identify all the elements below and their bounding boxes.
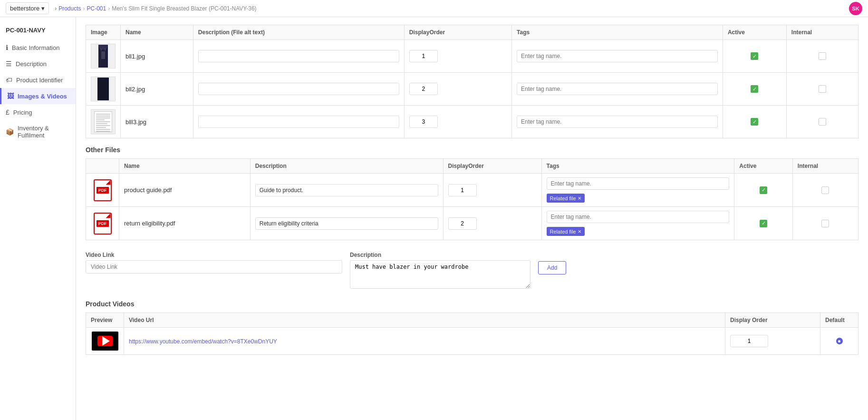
tags-cell: Related file ×: [541, 207, 734, 240]
breadcrumb-code[interactable]: PC-001: [87, 5, 106, 12]
tag-input[interactable]: [517, 116, 718, 128]
default-radio[interactable]: [836, 338, 843, 344]
col-name: Name: [119, 159, 251, 174]
col-image: Image: [86, 25, 121, 40]
breadcrumb-sep3: ›: [108, 5, 110, 12]
video-default-cell: [820, 328, 858, 355]
display-order-input[interactable]: [409, 50, 438, 62]
internal-checkbox[interactable]: [821, 220, 829, 227]
video-url-cell: https://www.youtube.com/embed/watch?v=8T…: [124, 328, 725, 355]
display-order-cell: [443, 174, 541, 207]
video-desc-textarea[interactable]: Must have blazer in your wardrobe: [350, 260, 530, 289]
svg-rect-4: [101, 51, 105, 59]
sidebar-label-basic-info: Basic Information: [12, 44, 59, 51]
col-name: Name: [121, 25, 193, 40]
store-selector[interactable]: betterstore ▾: [6, 2, 49, 14]
display-order-input[interactable]: [409, 83, 438, 95]
breadcrumb-sep2: ›: [83, 5, 85, 12]
active-checkbox[interactable]: [751, 118, 758, 126]
image-desc-cell: [193, 106, 404, 138]
product-videos-section: Product Videos Preview Video Url Display…: [86, 300, 858, 355]
col-active: Active: [734, 159, 792, 174]
image-preview: [91, 109, 116, 134]
video-form: Video Link Description Must have blazer …: [86, 252, 858, 289]
sidebar-item-pricing[interactable]: £ Pricing: [0, 104, 76, 120]
video-link-section: Video Link Description Must have blazer …: [86, 252, 858, 289]
table-row: blll3.jpg: [86, 106, 858, 138]
video-url-link[interactable]: https://www.youtube.com/embed/watch?v=8T…: [129, 338, 277, 345]
internal-checkbox[interactable]: [819, 118, 826, 126]
chevron-down-icon: ▾: [41, 5, 45, 12]
user-avatar[interactable]: SK: [849, 2, 862, 15]
sidebar-item-description[interactable]: ☰ Description: [0, 56, 76, 72]
active-checkbox[interactable]: [751, 85, 758, 93]
sidebar-item-product-identifier[interactable]: 🏷 Product Identifier: [0, 72, 76, 88]
video-link-input[interactable]: [86, 260, 342, 273]
col-active: Active: [723, 25, 786, 40]
image-desc-input[interactable]: [198, 50, 399, 62]
active-cell: [723, 73, 786, 106]
svg-marker-6: [97, 78, 109, 100]
table-row: bll1.jpg: [86, 40, 858, 73]
file-desc-input[interactable]: [255, 217, 438, 230]
store-name: betterstore: [10, 5, 39, 12]
image-cell: [86, 40, 121, 73]
image-desc-input[interactable]: [198, 83, 399, 95]
youtube-play-button: [97, 336, 113, 346]
internal-checkbox[interactable]: [819, 85, 826, 93]
active-checkbox[interactable]: [760, 220, 767, 227]
sidebar-item-basic-info[interactable]: ℹ Basic Information: [0, 39, 76, 56]
file-desc-input[interactable]: [255, 184, 438, 196]
internal-checkbox[interactable]: [819, 52, 826, 60]
image-cell: [86, 106, 121, 138]
sidebar-label-inventory: Inventory & Fulfilment: [18, 125, 70, 139]
image-name: bll1.jpg: [121, 40, 193, 73]
display-order-input[interactable]: [448, 217, 477, 230]
video-desc-label: Description: [350, 252, 530, 258]
video-thumbnail: [92, 332, 118, 351]
other-files-table: Name Description DisplayOrder Tags Activ…: [86, 158, 858, 240]
col-tags: Tags: [512, 25, 723, 40]
image-desc-input[interactable]: [198, 116, 399, 128]
pricing-icon: £: [6, 108, 10, 116]
inventory-icon: 📦: [6, 128, 14, 136]
table-row: bll2.jpg: [86, 73, 858, 106]
sidebar-item-inventory[interactable]: 📦 Inventory & Fulfilment: [0, 120, 76, 143]
display-order-input[interactable]: [448, 184, 477, 196]
sidebar-item-images-videos[interactable]: 🖼 Images & Videos: [0, 88, 76, 104]
internal-cell: [786, 40, 858, 73]
internal-checkbox[interactable]: [821, 186, 829, 194]
display-order-input[interactable]: [409, 116, 438, 128]
image-preview: [91, 77, 116, 101]
display-order-cell: [404, 73, 511, 106]
blazer-back-svg: [95, 78, 112, 100]
remove-tag-icon[interactable]: ×: [578, 195, 582, 202]
internal-cell: [786, 106, 858, 138]
breadcrumb-products[interactable]: Products: [58, 5, 81, 12]
image-name: blll3.jpg: [121, 106, 193, 138]
related-file-badge[interactable]: Related file ×: [547, 227, 585, 236]
breadcrumb-sep: ›: [55, 5, 57, 12]
video-display-order-cell: [725, 328, 820, 355]
sidebar-label-description: Description: [16, 60, 47, 68]
video-display-order-input[interactable]: [730, 335, 768, 347]
add-video-button[interactable]: Add: [538, 261, 566, 274]
file-desc-cell: [250, 174, 443, 207]
description-icon: ☰: [6, 60, 12, 68]
tag-input[interactable]: [547, 211, 730, 223]
tag-input[interactable]: [517, 50, 718, 62]
internal-cell: [792, 174, 858, 207]
table-row: PDF product guide.pdf: [86, 174, 858, 207]
col-preview: Preview: [86, 313, 124, 328]
tag-input[interactable]: [517, 83, 718, 95]
video-link-label: Video Link: [86, 252, 342, 258]
active-checkbox[interactable]: [760, 186, 767, 194]
active-checkbox[interactable]: [751, 52, 758, 60]
tag-input[interactable]: [547, 177, 730, 190]
video-preview-cell: [86, 328, 124, 355]
remove-tag-icon[interactable]: ×: [578, 228, 582, 235]
blazer-svg: [95, 45, 112, 68]
image-desc-cell: [193, 40, 404, 73]
play-icon: [102, 336, 110, 346]
related-file-badge[interactable]: Related file ×: [547, 194, 585, 203]
